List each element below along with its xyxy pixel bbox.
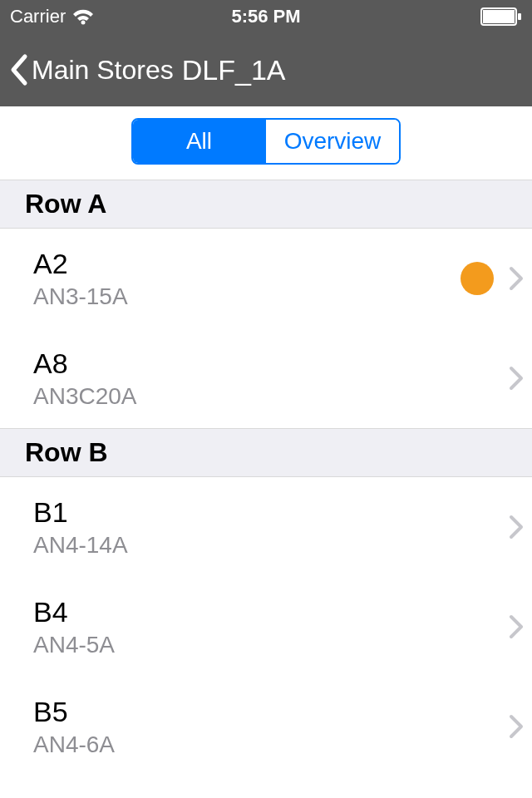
- row-content: A8AN3C20A: [33, 347, 509, 410]
- section-header: Row A: [0, 180, 532, 229]
- status-time: 5:56 PM: [0, 6, 532, 27]
- page-title: DLF_1A: [182, 54, 286, 86]
- chevron-left-icon: [8, 53, 28, 86]
- list-item[interactable]: B1AN4-14A: [0, 477, 532, 577]
- row-subtitle: AN4-14A: [33, 532, 509, 559]
- row-subtitle: AN3-15A: [33, 283, 461, 310]
- row-right: [509, 614, 524, 639]
- row-content: B1AN4-14A: [33, 496, 509, 559]
- chevron-right-icon: [509, 515, 524, 539]
- back-label: Main Stores: [32, 55, 174, 86]
- row-title: B1: [33, 496, 509, 529]
- list-item[interactable]: B5AN4-6A: [0, 677, 532, 776]
- row-title: A8: [33, 347, 509, 380]
- segment-all[interactable]: All: [133, 120, 266, 163]
- list: Row AA2AN3-15AA8AN3C20ARow BB1AN4-14AB4A…: [0, 180, 532, 776]
- row-right: [509, 366, 524, 391]
- status-dot: [461, 262, 494, 295]
- nav-bar: Main Stores DLF_1A: [0, 33, 532, 106]
- row-subtitle: AN4-5A: [33, 632, 509, 658]
- chevron-right-icon: [509, 266, 524, 291]
- row-title: B5: [33, 696, 509, 728]
- row-right: [509, 515, 524, 539]
- row-content: B5AN4-6A: [33, 696, 509, 758]
- back-button[interactable]: Main Stores: [8, 53, 174, 86]
- list-item[interactable]: A8AN3C20A: [0, 328, 532, 428]
- row-right: [461, 262, 524, 295]
- status-bar: Carrier 5:56 PM: [0, 0, 532, 33]
- row-subtitle: AN4-6A: [33, 732, 509, 758]
- row-subtitle: AN3C20A: [33, 383, 509, 410]
- list-item[interactable]: B4AN4-5A: [0, 577, 532, 677]
- row-right: [509, 714, 524, 739]
- segmented-wrapper: All Overview: [0, 106, 532, 180]
- chevron-right-icon: [509, 714, 524, 739]
- section-header: Row B: [0, 428, 532, 477]
- row-title: B4: [33, 596, 509, 628]
- row-content: A2AN3-15A: [33, 248, 461, 310]
- segmented-control: All Overview: [131, 118, 401, 165]
- segment-overview[interactable]: Overview: [266, 120, 399, 163]
- chevron-right-icon: [509, 366, 524, 391]
- chevron-right-icon: [509, 614, 524, 639]
- row-content: B4AN4-5A: [33, 596, 509, 658]
- list-item[interactable]: A2AN3-15A: [0, 229, 532, 328]
- row-title: A2: [33, 248, 461, 280]
